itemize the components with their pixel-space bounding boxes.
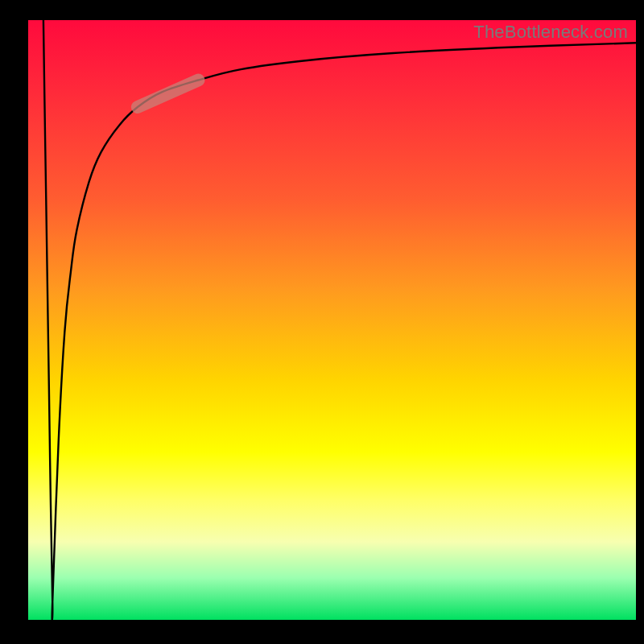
chart-frame: TheBottleneck.com [0,0,644,644]
curve-svg [28,20,636,620]
highlight-segment [138,80,199,108]
plot-area: TheBottleneck.com [28,20,636,620]
